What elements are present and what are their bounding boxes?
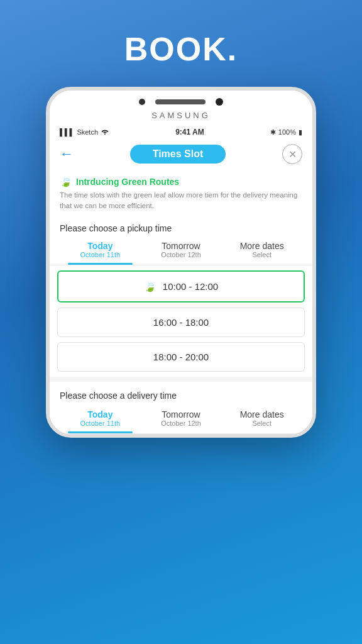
delivery-tab-tomorrow-day: Tomorrow (141, 409, 222, 419)
delivery-tab-today[interactable]: Today October 11th (60, 406, 141, 433)
slot-leaf-icon-1: 🍃 (144, 280, 156, 292)
pickup-tab-today-day: Today (60, 241, 141, 251)
sensor-speaker (155, 99, 206, 104)
delivery-section-label: Please choose a delivery time (50, 388, 312, 406)
time-slot-3[interactable]: 18:00 - 20:00 (57, 342, 305, 372)
slot-label-1: 10:00 - 12:00 (163, 281, 218, 292)
battery-icon: ▮ (299, 128, 302, 136)
pickup-section-label: Please choose a pickup time (50, 216, 312, 237)
delivery-tab-more-day: More dates (221, 409, 302, 419)
green-routes-title: 🍃 Intrducing Green Routes (60, 175, 302, 187)
phone-content: ← Times Slot ✕ 🍃 Intrducing Green Routes… (50, 139, 312, 434)
green-routes-banner: 🍃 Intrducing Green Routes The time slots… (50, 169, 312, 216)
delivery-tab-tomorrow-date: October 12th (141, 419, 222, 427)
slot-label-3: 18:00 - 20:00 (153, 352, 209, 362)
slot-label-2: 16:00 - 18:00 (153, 317, 209, 328)
signal-icon: ▌▌▌ (60, 128, 74, 136)
app-header: ← Times Slot ✕ (50, 139, 312, 169)
delivery-date-tabs: Today October 11th Tomorrow October 12th… (50, 406, 312, 434)
time-slot-2[interactable]: 16:00 - 18:00 (57, 308, 305, 337)
pickup-date-tabs: Today October 11th Tomorrow October 12th… (50, 237, 312, 265)
battery-label: 100% (278, 128, 296, 136)
pickup-tab-today[interactable]: Today October 11th (60, 237, 141, 265)
delivery-section: Please choose a delivery time Today Octo… (50, 382, 312, 434)
network-label: Sketch (77, 128, 98, 136)
phone-frame: SAMSUNG ▌▌▌ Sketch 9:41 AM ✱ 100% ▮ ← Ti… (46, 87, 316, 438)
header-title: Times Slot (130, 145, 226, 164)
close-button[interactable]: ✕ (282, 144, 302, 164)
delivery-tab-more[interactable]: More dates Select (221, 406, 302, 433)
page-title: BOOK. (124, 30, 238, 68)
phone-sensors (139, 98, 223, 106)
pickup-tab-tomorrow[interactable]: Tomorrow October 12th (141, 237, 222, 265)
pickup-tab-tomorrow-date: October 12th (141, 251, 222, 258)
sensor-camera (216, 98, 223, 106)
delivery-tab-today-date: October 11th (60, 419, 141, 427)
delivery-tab-today-day: Today (60, 409, 141, 419)
status-right: ✱ 100% ▮ (270, 128, 302, 136)
section-divider (50, 377, 312, 382)
pickup-tab-more-day: More dates (221, 241, 302, 251)
pickup-tab-tomorrow-day: Tomorrow (141, 241, 222, 251)
pickup-tab-more[interactable]: More dates Select (221, 237, 302, 265)
sensor-dot-left (139, 99, 145, 105)
wifi-icon (101, 128, 109, 136)
time-slots-container: 🍃 10:00 - 12:00 16:00 - 18:00 18:00 - 20… (50, 270, 312, 372)
pickup-tab-today-date: October 11th (60, 251, 141, 258)
pickup-tab-more-date: Select (221, 251, 302, 258)
bluetooth-icon: ✱ (270, 128, 276, 136)
delivery-tab-tomorrow[interactable]: Tomorrow October 12th (141, 406, 222, 433)
time-slot-1[interactable]: 🍃 10:00 - 12:00 (57, 270, 305, 303)
back-button[interactable]: ← (60, 146, 74, 162)
green-routes-description: The time slots with the green leaf allow… (60, 190, 302, 212)
status-time: 9:41 AM (175, 128, 204, 136)
delivery-tab-more-date: Select (221, 419, 302, 427)
phone-top: SAMSUNG (50, 91, 312, 125)
status-left: ▌▌▌ Sketch (60, 128, 109, 136)
status-bar: ▌▌▌ Sketch 9:41 AM ✱ 100% ▮ (50, 125, 312, 139)
leaf-icon: 🍃 (60, 175, 72, 187)
brand-label: SAMSUNG (151, 111, 211, 120)
